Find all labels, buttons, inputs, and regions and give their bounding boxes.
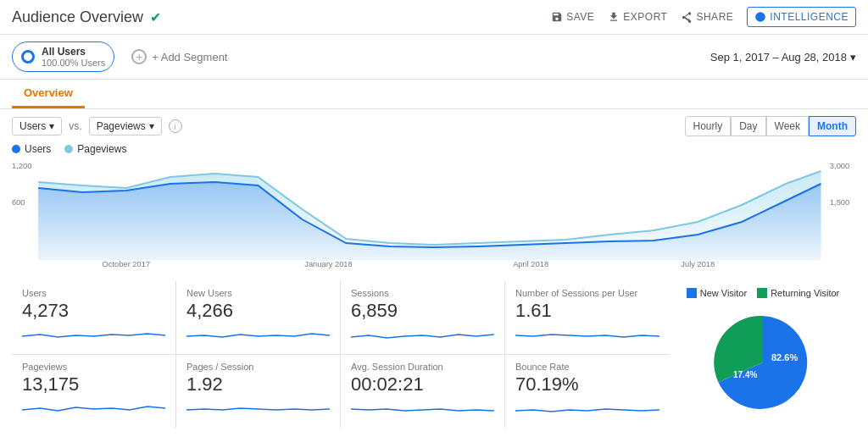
stats-grid: Users 4,273 New Users 4,266 Sessions 6,8… [12, 281, 670, 428]
stat-pages-session: Pages / Session 1.92 [176, 355, 341, 428]
returning-visitor-label: Returning Visitor [771, 288, 839, 298]
info-icon[interactable]: i [169, 119, 182, 133]
date-range-text: Sep 1, 2017 – Aug 28, 2018 [710, 51, 847, 64]
page-title: Audience Overview [12, 8, 143, 26]
svg-text:January 2018: January 2018 [304, 260, 353, 268]
stat-ps-spark [186, 397, 330, 421]
header-left: Audience Overview ✔ [12, 8, 161, 26]
svg-text:600: 600 [12, 198, 25, 207]
svg-text:July 2018: July 2018 [681, 260, 715, 268]
stat-sessions-per-user: Number of Sessions per User 1.61 [505, 281, 670, 355]
add-segment-button[interactable]: + + Add Segment [131, 49, 227, 64]
segment-name: All Users [42, 46, 105, 58]
shield-icon: ✔ [150, 9, 161, 25]
chevron-down-icon: ▾ [49, 120, 54, 132]
new-visitor-label: New Visitor [700, 288, 747, 298]
new-visitor-color [687, 288, 697, 298]
share-button[interactable]: SHARE [681, 11, 733, 23]
save-icon [551, 11, 563, 23]
metric1-label: Users [19, 120, 46, 132]
export-button[interactable]: EXPORT [608, 11, 667, 23]
stat-sessions-value: 6,859 [351, 300, 494, 322]
returning-visitor-pct-label: 17.4% [733, 370, 757, 379]
time-buttons: Hourly Day Week Month [685, 116, 856, 136]
stat-pv-spark [22, 397, 165, 421]
stat-as-spark [351, 397, 494, 421]
tab-overview[interactable]: Overview [12, 80, 85, 108]
new-visitor-pct-label: 82.6% [771, 352, 798, 362]
chart-area: Users Pageviews 1,200 600 3,000 1,500 [0, 143, 868, 274]
metric2-label: Pageviews [97, 120, 146, 132]
vs-label: vs. [69, 120, 81, 132]
stat-spu-label: Number of Sessions per User [515, 288, 659, 298]
pageviews-legend-label: Pageviews [77, 143, 126, 155]
stat-new-users-value: 4,266 [186, 300, 330, 322]
stat-users-spark [22, 324, 165, 347]
save-button[interactable]: SAVE [551, 11, 594, 23]
share-icon [681, 11, 693, 23]
metric1-dropdown[interactable]: Users ▾ [12, 117, 62, 136]
intelligence-icon [754, 11, 766, 23]
stat-users-label: Users [22, 288, 165, 298]
chevron-down-icon: ▾ [149, 120, 154, 132]
stat-new-users-spark [186, 324, 330, 347]
stat-new-users: New Users 4,266 [176, 281, 341, 355]
stat-new-users-label: New Users [186, 288, 330, 298]
all-users-segment[interactable]: All Users 100.00% Users [12, 41, 114, 72]
stat-avg-session: Avg. Session Duration 00:02:21 [341, 355, 505, 428]
header-actions: SAVE EXPORT SHARE INTELLIGENCE [551, 7, 856, 27]
stat-sessions: Sessions 6,859 [341, 281, 505, 355]
stat-sessions-spark [351, 324, 494, 347]
chevron-down-icon: ▾ [850, 51, 856, 64]
stat-spu-spark [515, 324, 659, 347]
users-legend-dot [12, 145, 20, 153]
chart-controls: Users ▾ vs. Pageviews ▾ i Hourly Day Wee… [0, 109, 868, 143]
returning-visitor-color [757, 288, 767, 298]
add-segment-label: + Add Segment [152, 51, 227, 64]
new-visitor-legend: New Visitor [687, 288, 747, 298]
metric2-dropdown[interactable]: Pageviews ▾ [89, 117, 162, 136]
segment-bar: All Users 100.00% Users + + Add Segment … [0, 35, 868, 80]
stat-sessions-label: Sessions [351, 288, 494, 298]
segment-percent: 100.00% Users [42, 58, 105, 68]
stat-pv-label: Pageviews [22, 362, 165, 372]
header: Audience Overview ✔ SAVE EXPORT SHARE IN… [0, 0, 868, 35]
intelligence-button[interactable]: INTELLIGENCE [747, 7, 856, 27]
svg-text:1,500: 1,500 [830, 198, 849, 207]
stat-as-label: Avg. Session Duration [351, 362, 494, 372]
hourly-button[interactable]: Hourly [685, 116, 732, 136]
export-icon [608, 11, 620, 23]
day-button[interactable]: Day [731, 116, 765, 136]
week-button[interactable]: Week [766, 116, 809, 136]
stat-ps-label: Pages / Session [186, 362, 330, 372]
svg-text:3,000: 3,000 [830, 162, 849, 170]
users-legend: Users [12, 143, 51, 155]
svg-text:October 2017: October 2017 [103, 260, 150, 268]
stat-users: Users 4,273 [12, 281, 176, 355]
stat-as-value: 00:02:21 [351, 373, 494, 395]
tabs-bar: Overview [0, 80, 868, 109]
stat-users-value: 4,273 [22, 300, 165, 322]
stat-ps-value: 1.92 [186, 373, 330, 395]
stat-pv-value: 13,175 [22, 373, 165, 395]
main-chart-svg: 1,200 600 3,000 1,500 October 2017 Janua… [12, 158, 856, 268]
users-legend-label: Users [25, 143, 51, 155]
svg-text:1,200: 1,200 [12, 162, 31, 170]
pageviews-legend-dot [64, 145, 73, 153]
stat-br-spark [515, 397, 659, 421]
pie-chart-svg: 82.6% 17.4% [695, 303, 831, 413]
pie-section: New Visitor Returning Visitor 82.6% 17.4… [670, 281, 856, 428]
segment-indicator [21, 50, 35, 64]
svg-text:April 2018: April 2018 [513, 260, 548, 268]
month-button[interactable]: Month [809, 116, 856, 136]
returning-visitor-legend: Returning Visitor [757, 288, 839, 298]
date-range[interactable]: Sep 1, 2017 – Aug 28, 2018 ▾ [710, 51, 856, 64]
add-icon: + [131, 49, 147, 64]
pie-legend: New Visitor Returning Visitor [687, 288, 840, 298]
stat-pageviews: Pageviews 13,175 [12, 355, 176, 428]
svg-point-0 [755, 12, 765, 22]
stat-spu-value: 1.61 [515, 300, 659, 322]
pageviews-legend: Pageviews [64, 143, 126, 155]
stat-br-value: 70.19% [515, 373, 659, 395]
stat-bounce-rate: Bounce Rate 70.19% [505, 355, 670, 428]
